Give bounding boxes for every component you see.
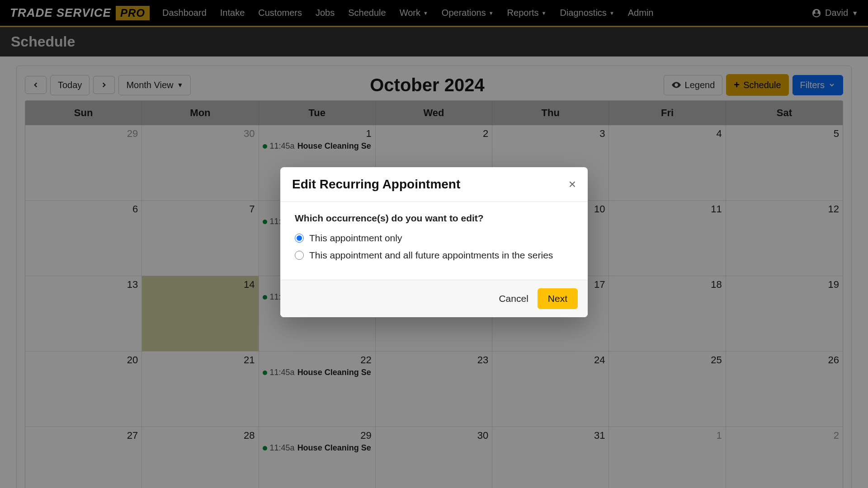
close-icon: × <box>569 177 576 191</box>
modal-footer: Cancel Next <box>280 280 588 317</box>
modal-title: Edit Recurring Appointment <box>292 177 460 192</box>
radio-this-only-label: This appointment only <box>309 233 402 244</box>
radio-option-this-only[interactable]: This appointment only <box>295 233 573 244</box>
radio-this-only[interactable] <box>295 234 304 243</box>
modal-body: Which occurrence(s) do you want to edit?… <box>280 202 588 280</box>
modal-header: Edit Recurring Appointment × <box>280 167 588 202</box>
radio-option-all-future[interactable]: This appointment and all future appointm… <box>295 250 573 261</box>
modal-question: Which occurrence(s) do you want to edit? <box>295 213 573 224</box>
modal: Edit Recurring Appointment × Which occur… <box>280 167 588 317</box>
radio-all-future[interactable] <box>295 251 304 260</box>
cancel-button[interactable]: Cancel <box>499 293 528 304</box>
next-button[interactable]: Next <box>538 288 578 309</box>
radio-all-future-label: This appointment and all future appointm… <box>309 250 553 261</box>
modal-overlay: Edit Recurring Appointment × Which occur… <box>0 0 868 488</box>
close-button[interactable]: × <box>569 178 576 191</box>
